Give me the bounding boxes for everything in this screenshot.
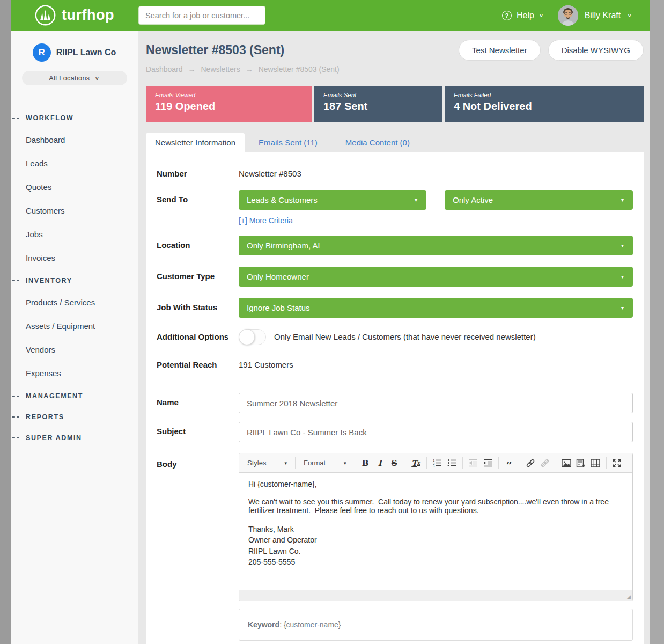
send-to-select[interactable]: Leads & Customers ▾	[239, 190, 426, 210]
grass-logo-icon	[34, 4, 56, 26]
stat-emails-failed: Emails Failed 4 Not Delivered	[445, 86, 644, 122]
bulleted-list-button[interactable]	[445, 456, 459, 470]
unlink-button[interactable]	[538, 456, 552, 470]
bold-button[interactable]: B	[358, 456, 373, 470]
increase-indent-button[interactable]	[481, 456, 495, 470]
caret-down-icon: ▾	[621, 243, 624, 248]
caret-down-icon: ▾	[415, 197, 417, 203]
strikethrough-button[interactable]: S	[387, 456, 402, 470]
caret-down-icon: ▾	[284, 460, 287, 466]
wysiwyg-editor: Styles ▾ Format ▾ B I	[239, 453, 633, 601]
sidebar-section-reports[interactable]: REPORTS	[11, 413, 138, 421]
disable-wysiwyg-button[interactable]: Disable WYSIWYG	[548, 40, 644, 61]
breadcrumb-current: Newsletter #8503 (Sent)	[259, 65, 340, 74]
breadcrumb-dashboard[interactable]: Dashboard	[146, 65, 183, 74]
svg-text:3: 3	[433, 465, 435, 467]
toggle-knob	[239, 329, 255, 345]
send-to-label: Send To	[157, 190, 239, 225]
job-status-label: Job With Status	[157, 298, 239, 318]
avatar	[558, 5, 578, 26]
sidebar-item-jobs[interactable]: Jobs	[11, 230, 138, 239]
number-value: Newsletter #8503	[239, 168, 633, 178]
additional-options-label: Additional Options	[157, 329, 239, 345]
insert-image-button[interactable]	[559, 456, 574, 470]
editor-body[interactable]: Hi {customer-name}, We can't wait to see…	[239, 473, 632, 590]
help-menu[interactable]: ? Help ∨	[502, 11, 544, 20]
sidebar: R RIIPL Lawn Co All Locations ∨ WORKFLOW…	[11, 31, 138, 644]
body-signature: Thanks, Mark Owner and Operator RIIPL La…	[248, 524, 623, 567]
customer-type-label: Customer Type	[157, 267, 239, 287]
body-paragraph: We can't wait to see you this summer. Ca…	[248, 497, 623, 515]
sidebar-item-quotes[interactable]: Quotes	[11, 182, 138, 192]
blockquote-button[interactable]: ”	[502, 456, 517, 470]
sidebar-section-inventory[interactable]: INVENTORY	[11, 277, 138, 284]
more-criteria-link[interactable]: [+] More Criteria	[239, 216, 293, 225]
company-name: RIIPL Lawn Co	[56, 48, 116, 57]
sidebar-item-leads[interactable]: Leads	[11, 159, 138, 168]
sidebar-section-management[interactable]: MANAGEMENT	[11, 392, 138, 400]
breadcrumb-arrow-icon: →	[188, 65, 196, 74]
section-dash-icon	[12, 118, 19, 119]
caret-down-icon: ▾	[621, 305, 624, 311]
name-label: Name	[157, 393, 239, 413]
active-filter-select[interactable]: Only Active ▾	[445, 190, 633, 210]
insert-table-button[interactable]	[588, 456, 603, 470]
sidebar-item-expenses[interactable]: Expenses	[11, 369, 138, 378]
search-input[interactable]	[138, 6, 265, 25]
sidebar-section-super-admin[interactable]: SUPER ADMIN	[11, 434, 138, 442]
brand-logo[interactable]: turfhop	[34, 4, 114, 26]
section-dash-icon	[12, 416, 19, 418]
name-input[interactable]	[239, 393, 633, 413]
locations-dropdown[interactable]: All Locations ∨	[22, 71, 127, 85]
italic-button[interactable]: I	[373, 456, 387, 470]
tab-media-content[interactable]: Media Content (0)	[331, 133, 424, 152]
insert-media-button[interactable]	[574, 456, 588, 470]
decrease-indent-button[interactable]	[466, 456, 481, 470]
customer-type-select[interactable]: Only Homeowner ▾	[239, 267, 633, 287]
sidebar-item-vendors[interactable]: Vendors	[11, 345, 138, 354]
stats-row: Emails Viewed 119 Opened Emails Sent 187…	[146, 86, 644, 122]
test-newsletter-button[interactable]: Test Newsletter	[459, 40, 541, 61]
top-bar-right: ? Help ∨ Billy Kraft ∨	[502, 0, 645, 31]
section-dash-icon	[12, 437, 19, 438]
editor-toolbar: Styles ▾ Format ▾ B I	[239, 453, 632, 473]
company-header[interactable]: R RIIPL Lawn Co	[11, 43, 138, 62]
breadcrumb-arrow-icon: →	[246, 65, 253, 74]
keyword-value: {customer-name}	[284, 620, 341, 629]
remove-format-button[interactable]: Tx	[409, 456, 423, 470]
new-leads-only-toggle[interactable]	[239, 329, 266, 345]
sidebar-item-products-services[interactable]: Products / Services	[11, 298, 138, 307]
tab-bar: Newsletter Information Emails Sent (11) …	[146, 133, 644, 152]
numbered-list-button[interactable]: 1 2 3	[430, 456, 445, 470]
user-name: Billy Kraft	[585, 11, 621, 20]
subject-input[interactable]	[239, 422, 633, 442]
sidebar-section-workflow[interactable]: WORKFLOW	[11, 114, 138, 122]
styles-dropdown[interactable]: Styles ▾	[242, 456, 292, 470]
global-search	[138, 6, 265, 25]
maximize-button[interactable]	[610, 456, 624, 470]
body-label: Body	[157, 453, 239, 641]
job-status-select[interactable]: Ignore Job Status ▾	[239, 298, 633, 318]
format-dropdown[interactable]: Format ▾	[299, 456, 351, 470]
sidebar-item-invoices[interactable]: Invoices	[11, 253, 138, 262]
app-window: turfhop ? Help ∨	[11, 0, 650, 644]
window-edge-right[interactable]	[650, 0, 664, 644]
potential-reach-label: Potential Reach	[157, 360, 239, 369]
caret-down-icon: ▾	[621, 274, 624, 280]
resize-handle-icon[interactable]: ◢	[627, 594, 631, 599]
stat-emails-viewed: Emails Viewed 119 Opened	[146, 86, 312, 122]
sidebar-item-dashboard[interactable]: Dashboard	[11, 135, 138, 144]
location-select[interactable]: Only Birmingham, AL ▾	[239, 236, 633, 255]
toggle-description: Only Email New Leads / Customers (that h…	[274, 329, 536, 341]
tab-emails-sent[interactable]: Emails Sent (11)	[245, 133, 331, 152]
editor-resize-bar: ◢	[239, 590, 632, 601]
breadcrumb-newsletters[interactable]: Newsletters	[201, 65, 240, 74]
tab-newsletter-information[interactable]: Newsletter Information	[146, 133, 245, 152]
help-icon: ?	[502, 11, 512, 20]
potential-reach-value: 191 Customers	[239, 360, 633, 369]
sidebar-item-customers[interactable]: Customers	[11, 206, 138, 215]
help-label: Help	[517, 11, 534, 20]
user-menu[interactable]: Billy Kraft ∨	[558, 5, 632, 26]
link-button[interactable]	[523, 456, 538, 470]
sidebar-item-assets-equipment[interactable]: Assets / Equipment	[11, 321, 138, 331]
